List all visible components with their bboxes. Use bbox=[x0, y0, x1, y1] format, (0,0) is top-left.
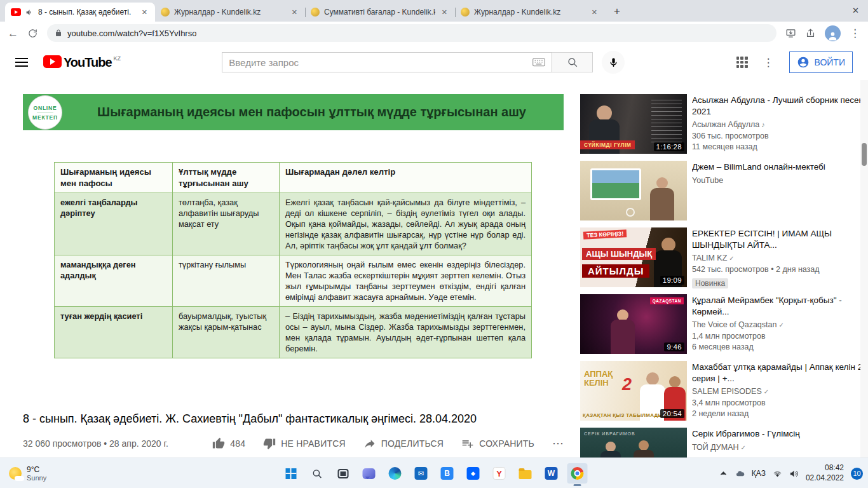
url-field[interactable]: youtube.com/watch?v=f1X5YvIhrso bbox=[47, 24, 776, 42]
video-duration: 19:09 bbox=[660, 276, 684, 285]
vk-icon: B bbox=[441, 467, 454, 480]
video-thumbnail[interactable]: QAZAQSTAN 9:46 bbox=[580, 294, 687, 354]
volume-icon[interactable] bbox=[789, 469, 799, 478]
tab-youtube[interactable]: 8 - сынып. Қазақ әдебиеті. ✕ bbox=[5, 3, 155, 22]
more-actions-icon[interactable]: ⋯ bbox=[552, 437, 564, 451]
edge-button[interactable] bbox=[385, 463, 405, 484]
hidden-icons-chevron[interactable] bbox=[719, 469, 728, 478]
table-row: туған жердің қасиеті бауырмалдық, туысты… bbox=[55, 307, 532, 358]
channel-name: ТОЙ ДУМАН✓ bbox=[692, 442, 864, 454]
share-icon[interactable] bbox=[805, 28, 816, 39]
guide-menu-icon[interactable] bbox=[15, 58, 28, 67]
tray-date: 02.04.2022 bbox=[806, 473, 844, 484]
search-button[interactable] bbox=[552, 52, 593, 72]
verified-icon: ✓ bbox=[741, 444, 746, 451]
wifi-icon[interactable] bbox=[773, 469, 782, 478]
youtube-region-label: KZ bbox=[114, 55, 121, 62]
tab-close-icon[interactable]: ✕ bbox=[290, 8, 299, 17]
tab-kundelik-summative[interactable]: Суммативті бағалар - Kundelik.k ✕ bbox=[305, 3, 455, 22]
chat-button[interactable] bbox=[359, 463, 379, 484]
dislike-button[interactable]: НЕ НРАВИТСЯ bbox=[263, 437, 346, 450]
share-button[interactable]: ПОДЕЛИТЬСЯ bbox=[363, 437, 444, 450]
suggested-video[interactable]: АППАҚКЕЛІН 2 ҚАЗАҚТАН ҚЫЗ ТАБЫЛМАДЫ МА? … bbox=[580, 361, 864, 421]
tab-kundelik-journals-1[interactable]: Журналдар - Kundelik.kz ✕ bbox=[155, 3, 305, 22]
search-icon bbox=[311, 468, 322, 479]
browser-tab-strip: 8 - сынып. Қазақ әдебиеті. ✕ Журналдар -… bbox=[0, 0, 868, 22]
tab-close-icon[interactable]: ✕ bbox=[440, 8, 449, 17]
search-input[interactable] bbox=[229, 57, 527, 68]
video-thumbnail[interactable]: АППАҚКЕЛІН 2 ҚАЗАҚТАН ҚЫЗ ТАБЫЛМАДЫ МА? … bbox=[580, 361, 687, 421]
mail-button[interactable]: ✉ bbox=[411, 463, 431, 484]
suggested-video[interactable]: QAZAQSTAN 9:46 Құралай Мейрамбек "Қорқыт… bbox=[580, 294, 864, 354]
tab-audio-icon[interactable] bbox=[25, 8, 34, 17]
yandex-button[interactable]: Y bbox=[489, 463, 510, 484]
video-thumbnail[interactable]: СҮЙКІМДІ ГҮЛІМ 1:16:28 bbox=[580, 94, 687, 154]
suggested-video[interactable]: Джем – BilimLand онлайн-мектебі YouTube bbox=[580, 161, 864, 220]
thumbnail-art bbox=[606, 442, 616, 452]
dropbox-button[interactable]: ◆ bbox=[463, 463, 484, 484]
keyboard-icon[interactable] bbox=[532, 58, 545, 67]
weather-widget[interactable]: 9°C Sunny bbox=[0, 458, 55, 488]
install-icon[interactable] bbox=[785, 28, 796, 39]
thumbnail-art bbox=[639, 440, 649, 451]
video-meta: 3,4 млн просмотров bbox=[692, 398, 864, 409]
scrollbar-thumb[interactable] bbox=[862, 143, 867, 166]
youtube-apps-icon[interactable] bbox=[736, 57, 748, 68]
new-tab-button[interactable]: + bbox=[609, 3, 625, 20]
vk-button[interactable]: B bbox=[437, 463, 458, 484]
settings-kebab-icon[interactable]: ⋮ bbox=[763, 56, 774, 69]
scrollbar-track[interactable] bbox=[860, 80, 868, 458]
signin-button[interactable]: ВОЙТИ bbox=[789, 51, 853, 73]
word-icon: W bbox=[545, 467, 558, 480]
onedrive-cloud-icon[interactable] bbox=[735, 469, 745, 478]
tab-close-icon[interactable]: ✕ bbox=[590, 8, 599, 17]
channel-name: The Voice of Qazaqstan✓ bbox=[692, 320, 864, 331]
video-stats-row: 32 060 просмотров • 28 апр. 2020 г. 484 … bbox=[23, 432, 564, 455]
official-artist-icon: ♪ bbox=[761, 121, 765, 128]
thumbnail-art bbox=[626, 208, 635, 217]
task-view-button[interactable] bbox=[333, 463, 353, 484]
save-button[interactable]: СОХРАНИТЬ bbox=[461, 437, 534, 450]
back-button[interactable]: ← bbox=[8, 28, 18, 39]
word-button[interactable]: W bbox=[541, 463, 562, 484]
reload-button[interactable] bbox=[27, 28, 38, 39]
verified-icon: ✓ bbox=[778, 322, 783, 329]
video-thumbnail[interactable] bbox=[580, 161, 687, 220]
taskbar-search-button[interactable] bbox=[307, 463, 327, 484]
suggested-video[interactable]: ТЕЗ КӨРІҢІЗ! АЩЫ ШЫНДЫҚ АЙТЫЛДЫ 19:09 ЕР… bbox=[580, 227, 864, 287]
thumb-up-icon bbox=[212, 437, 225, 450]
language-indicator[interactable]: ҚАЗ bbox=[752, 469, 766, 478]
notification-count-badge[interactable]: 10 bbox=[851, 468, 863, 480]
table-header: Шығармадан дәлел келтір bbox=[280, 163, 532, 193]
clock[interactable]: 08:42 02.04.2022 bbox=[806, 463, 844, 483]
profile-avatar[interactable] bbox=[825, 25, 841, 41]
video-thumbnail[interactable]: ТЕЗ КӨРІҢІЗ! АЩЫ ШЫНДЫҚ АЙТЫЛДЫ 19:09 bbox=[580, 227, 687, 287]
kundelik-favicon bbox=[161, 8, 170, 17]
voice-search-button[interactable] bbox=[602, 51, 625, 74]
channel-name: Асылжан Абдулла♪ bbox=[692, 119, 864, 131]
chrome-button[interactable] bbox=[567, 463, 588, 484]
tab-kundelik-journals-2[interactable]: Журналдар - Kundelik.kz ✕ bbox=[455, 3, 605, 22]
tab-title: Суммативті бағалар - Kundelik.k bbox=[324, 8, 435, 17]
thumbnail-overlay-text: АППАҚКЕЛІН bbox=[584, 370, 613, 388]
thumbnail-art bbox=[656, 177, 668, 189]
url-text: youtube.com/watch?v=f1X5YvIhrso bbox=[67, 29, 196, 38]
browser-menu-icon[interactable]: ⋮ bbox=[850, 27, 860, 40]
tab-title: Журналдар - Kundelik.kz bbox=[174, 8, 285, 17]
search-icon bbox=[567, 57, 578, 68]
suggested-video[interactable]: СҮЙКІМДІ ГҮЛІМ 1:16:28 Асылжан Абдулла -… bbox=[580, 94, 864, 154]
channel-name: SALEM EPISODES✓ bbox=[692, 386, 864, 398]
like-button[interactable]: 484 bbox=[212, 437, 245, 450]
video-meta: 2 недели назад bbox=[692, 409, 864, 420]
slide-table: Шығарманың идеясы мен пафосы Ұлттық мүдд… bbox=[54, 162, 531, 358]
start-button[interactable] bbox=[281, 463, 301, 484]
window-close-button[interactable]: ✕ bbox=[852, 6, 859, 15]
tab-close-icon[interactable]: ✕ bbox=[140, 8, 149, 17]
folder-icon bbox=[519, 470, 532, 479]
video-actions: 484 НЕ НРАВИТСЯ ПОДЕЛИТЬСЯ СОХРАНИТЬ ⋯ bbox=[212, 437, 564, 451]
suggested-title: Джем – BilimLand онлайн-мектебі bbox=[692, 161, 864, 173]
video-meta: 11 месяцев назад bbox=[692, 142, 864, 153]
thumbnail-overlay-text: СЕРІК ИБРАГИМОВ bbox=[584, 431, 635, 436]
file-explorer-button[interactable] bbox=[515, 463, 536, 484]
youtube-logo[interactable]: YouTube KZ bbox=[43, 55, 121, 70]
